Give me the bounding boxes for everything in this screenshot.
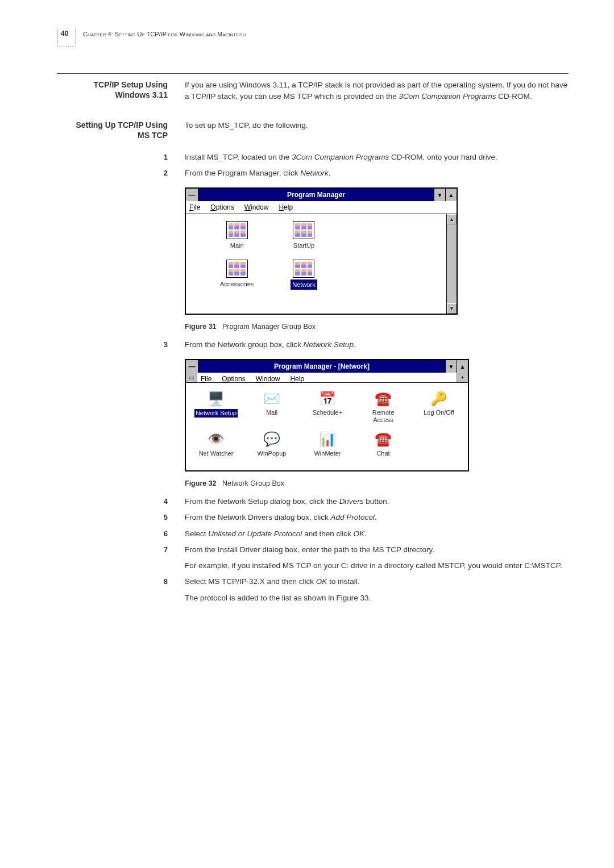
vertical-scrollbar[interactable]: ▲ ▼ (446, 214, 457, 314)
mdi-child-bar: ▭ File Options Window Help ♦ (186, 373, 468, 383)
window-title: Program Manager (198, 189, 434, 201)
icon-schedule[interactable]: 📅 Schedule+ (305, 389, 350, 416)
step-number: 8 (57, 576, 168, 604)
figure-32-caption: Figure 32 Network Group Box (185, 478, 569, 489)
network-setup-icon: 🖥️ (206, 389, 226, 408)
mail-icon: ✉️ (262, 389, 281, 408)
icon-winpopup[interactable]: 💬 WinPopup (250, 429, 294, 457)
title-bar: — Program Manager - [Network] ▼ ▲ (186, 360, 468, 373)
step-number: 5 (57, 512, 168, 523)
window-title: Program Manager - [Network] (198, 360, 445, 373)
scroll-down-icon[interactable]: ▼ (447, 303, 457, 314)
figure-32: — Program Manager - [Network] ▼ ▲ ▭ File… (185, 359, 569, 471)
icon-winmeter[interactable]: 📊 WinMeter (305, 429, 350, 457)
netwatcher-icon: 👁️ (206, 429, 226, 449)
dots-decoration: ········· (57, 42, 76, 51)
menu-help[interactable]: Help (279, 202, 293, 212)
step-number: 6 (57, 528, 168, 540)
menu-window[interactable]: Window (244, 202, 269, 212)
system-menu-icon[interactable]: — (186, 189, 198, 201)
group-main[interactable]: Main (220, 221, 254, 251)
step-text: From the Network Drivers dialog box, cli… (185, 512, 569, 523)
minimize-button[interactable]: ▼ (434, 189, 445, 201)
menu-file[interactable]: File (201, 374, 211, 381)
page-header: 40 ········· Chapter 4: Setting Up TCP/I… (57, 28, 569, 51)
step-text: Select MS TCP/IP-32.X and then click OK … (185, 576, 569, 604)
maximize-button[interactable]: ▲ (445, 189, 457, 201)
step-number: 1 (57, 152, 168, 163)
minimize-button[interactable]: ▼ (445, 360, 457, 373)
system-menu-icon[interactable]: — (186, 360, 198, 373)
section-body: To set up MS_TCP, do the following. (185, 120, 569, 140)
figure-31: — Program Manager ▼ ▲ File Options Windo… (185, 187, 569, 315)
mdi-system-menu-icon[interactable]: ▭ (186, 373, 197, 382)
figure-31-caption: Figure 31 Program Manager Group Box (185, 322, 569, 332)
menu-help[interactable]: Help (290, 374, 304, 381)
menu-bar: File Options Window Help (186, 201, 457, 214)
winpopup-icon: 💬 (262, 429, 281, 449)
section-heading-tcpip-setup: TCP/IP Setup Using Windows 3.11 (57, 80, 168, 108)
chat-icon: ☎️ (374, 429, 393, 449)
icon-remote-access[interactable]: ☎️ RemoteAccess (361, 389, 405, 423)
menu-window[interactable]: Window (256, 374, 280, 381)
icon-mail[interactable]: ✉️ Mail (250, 389, 294, 416)
title-bar: — Program Manager ▼ ▲ (186, 189, 457, 201)
menu-options[interactable]: Options (222, 374, 245, 381)
menu-options[interactable]: Options (210, 202, 234, 212)
step-text: From the Network group box, click Networ… (185, 339, 569, 350)
section-rule (57, 73, 569, 74)
section-heading-setting-up: Setting Up TCP/IP Using MS TCP (57, 120, 168, 140)
step-text: From the Network Setup dialog box, click… (185, 496, 569, 507)
restore-button[interactable]: ♦ (457, 373, 468, 382)
step-text: Select Unlisted or Update Protocol and t… (185, 528, 569, 540)
group-network[interactable]: Network (291, 260, 317, 290)
step-number: 7 (57, 544, 168, 572)
icon-netwatcher[interactable]: 👁️ Net Watcher (194, 429, 238, 457)
step-text: Install MS_TCP, located on the 3Com Comp… (185, 152, 569, 163)
icon-chat[interactable]: ☎️ Chat (361, 429, 405, 457)
chapter-title: Chapter 4: Setting Up TCP/IP for Windows… (83, 28, 246, 39)
step-text: From the Install Driver dialog box, ente… (185, 544, 569, 572)
step-number: 4 (57, 496, 168, 507)
key-icon: 🔑 (429, 389, 449, 408)
schedule-icon: 📅 (318, 389, 337, 408)
step-number: 2 (57, 168, 168, 179)
scroll-up-icon[interactable]: ▲ (447, 214, 457, 224)
icon-network-setup[interactable]: 🖥️ Network Setup (194, 389, 238, 418)
group-accessories[interactable]: Accessories (220, 260, 254, 289)
step-number: 3 (57, 339, 168, 350)
icon-log-onoff[interactable]: 🔑 Log On/Off (417, 389, 461, 416)
maximize-button[interactable]: ▲ (457, 360, 468, 373)
step-text: From the Program Manager, click Network. (185, 168, 569, 179)
section-body: If you are using Windows 3.11, a TCP/IP … (185, 80, 569, 108)
remote-access-icon: ☎️ (374, 389, 393, 408)
menu-file[interactable]: File (189, 202, 200, 212)
group-startup[interactable]: StartUp (291, 221, 317, 251)
winmeter-icon: 📊 (318, 429, 337, 449)
